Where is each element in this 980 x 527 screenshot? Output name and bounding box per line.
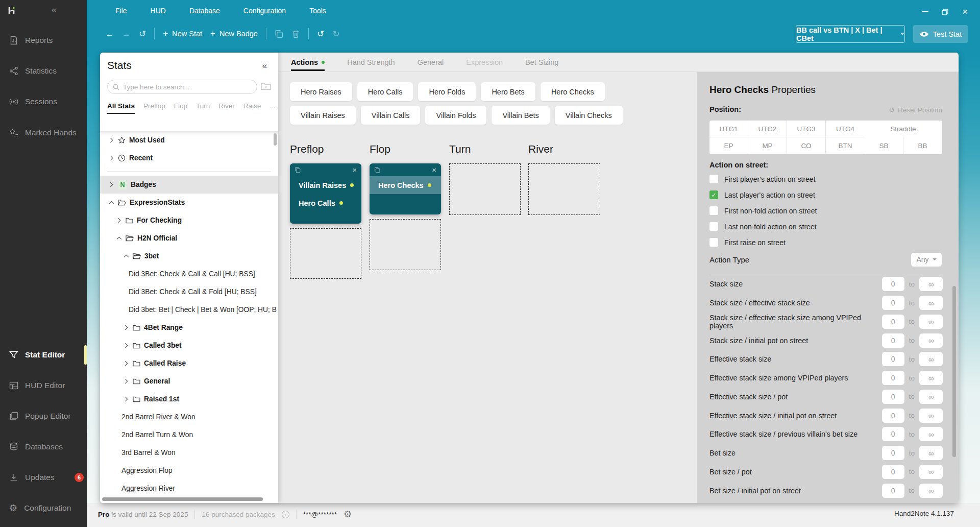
close-button[interactable]: × [962,7,968,17]
sidebar-item-statistics[interactable]: Statistics [0,60,87,82]
range-from-input[interactable]: 0 [882,277,904,291]
stats-filter-tab[interactable]: All Stats [107,102,135,114]
chevron-up-icon[interactable] [123,254,129,258]
card-action-item[interactable]: Hero Checks [370,176,441,194]
sidebar-item-popup-editor[interactable]: Popup Editor [0,405,87,427]
range-from-input[interactable]: 0 [882,333,904,348]
properties-scrollbar[interactable] [952,286,956,457]
delete-icon[interactable] [291,30,300,38]
tree-row[interactable]: 2nd Barrel Turn & Won [100,426,278,444]
sidebar-item-reports[interactable]: Reports [0,29,87,52]
position-cell[interactable]: UTG3 [787,121,826,137]
range-from-input[interactable]: 0 [882,446,904,460]
sidebar-item-configuration[interactable]: ⚙ Configuration [0,497,87,519]
range-from-input[interactable]: 0 [882,315,904,329]
checkbox[interactable] [709,222,718,231]
workspace-tab[interactable]: Bet Sizing [525,53,558,72]
tree-row[interactable]: 2nd Barrel River & Won [100,408,278,426]
range-from-input[interactable]: 0 [882,296,904,310]
account-settings-gear-icon[interactable]: ⚙ [344,510,352,519]
checkbox-row[interactable]: First non-fold action on street [709,203,942,219]
tree-row[interactable]: 3rd Barrel & Won [100,444,278,462]
tree-row[interactable]: Called 3bet [100,337,278,354]
undo-icon[interactable]: ↺ [317,30,324,38]
range-to-input[interactable]: ∞ [919,465,943,479]
tree-row[interactable]: For Checking [100,211,278,229]
action-button[interactable]: Hero Bets [481,82,535,101]
tree-row[interactable]: Recent [100,149,278,167]
tree-row[interactable]: ExpressionStats [100,194,278,211]
redo-icon[interactable]: ↻ [332,30,339,38]
position-cell[interactable]: BTN [826,137,865,154]
range-from-input[interactable]: 0 [882,352,904,366]
tree-row[interactable]: Did 3Bet: Check & Call & Call [HU; BSS] [100,265,278,283]
menu-tools[interactable]: Tools [308,5,327,16]
history-icon[interactable]: ↺ [139,30,146,38]
tree-row[interactable]: 4Bet Range [100,319,278,337]
checkbox-row[interactable]: Last non-fold action on street [709,219,942,234]
position-cell[interactable]: EP [709,137,748,154]
position-cell[interactable]: UTG4 [826,121,865,137]
sidebar-item-stat-editor[interactable]: Stat Editor [0,344,87,366]
checkbox-row[interactable]: First player's action on street [709,171,942,187]
copy-icon[interactable] [275,30,283,38]
new-badge-button[interactable]: +New Badge [210,29,258,39]
action-button[interactable]: Hero Calls [357,82,413,101]
range-to-input[interactable]: ∞ [919,390,943,404]
chevron-right-icon[interactable] [123,378,129,384]
action-button[interactable]: Hero Raises [290,82,352,101]
workspace-tab[interactable]: Actions [291,53,325,72]
close-icon[interactable]: × [352,166,357,174]
range-from-input[interactable]: 0 [882,465,904,479]
river-drop-zone[interactable] [528,163,600,215]
sidebar-item-updates[interactable]: Updates 6 [0,466,87,489]
tree-row[interactable]: Called Raise [100,354,278,372]
card-action-item[interactable]: Villain Raises [290,176,361,194]
range-to-input[interactable]: ∞ [919,371,943,385]
checkbox[interactable] [709,175,718,183]
tree-row[interactable]: Raised 1st [100,390,278,408]
range-to-input[interactable]: ∞ [919,352,943,366]
copy-icon[interactable] [295,167,301,173]
test-stat-button[interactable]: Test Stat [913,25,968,43]
new-stat-button[interactable]: +New Stat [163,29,202,39]
position-cell[interactable]: BB [903,137,942,154]
stats-collapse-icon[interactable]: « [262,61,267,71]
stats-filter-tab[interactable]: River [218,102,235,114]
action-button[interactable]: Villain Calls [361,106,421,125]
action-button[interactable]: Hero Folds [418,82,476,101]
tree-row[interactable]: Aggression River [100,480,278,496]
sidebar-item-sessions[interactable]: Sessions [0,90,87,113]
checkbox-row[interactable]: First raise on street [709,234,942,250]
turn-drop-zone[interactable] [449,163,521,215]
tree-row[interactable] [100,167,278,176]
range-to-input[interactable]: ∞ [919,315,943,329]
workspace-tab[interactable]: Hand Strength [347,53,395,72]
chevron-up-icon[interactable] [108,201,114,204]
chevron-right-icon[interactable] [108,137,114,143]
action-type-dropdown[interactable]: Any [911,252,942,267]
back-icon[interactable]: ← [105,30,114,38]
sidebar-item-hud-editor[interactable]: HUD Editor [0,374,87,397]
checkbox[interactable]: ✓ [709,190,718,199]
search-input[interactable] [123,83,252,91]
range-from-input[interactable]: 0 [882,427,904,441]
stats-filter-tab[interactable]: Flop [174,102,187,114]
preflop-drop-zone[interactable] [290,228,361,279]
position-cell[interactable]: MP [748,137,787,154]
checkbox[interactable] [709,206,718,215]
range-from-input[interactable]: 0 [882,390,904,404]
tree-row[interactable]: General [100,372,278,390]
stats-filter-tab[interactable]: Raise [243,102,261,114]
chevron-right-icon[interactable] [123,343,129,348]
position-cell[interactable]: Straddle [865,121,942,137]
menu-configuration[interactable]: Configuration [242,5,287,16]
chevron-right-icon[interactable] [123,325,129,330]
range-to-input[interactable]: ∞ [919,277,943,291]
tree-row[interactable]: Did 3bet: Bet | Check | Bet & Won [OOP; … [100,301,278,319]
checkbox-row[interactable]: ✓ Last player's action on street [709,187,942,203]
menu-hud[interactable]: HUD [150,5,167,16]
action-button[interactable]: Villain Checks [555,106,623,125]
chevron-right-icon[interactable] [108,182,114,187]
sidebar-item-databases[interactable]: Databases [0,436,87,458]
